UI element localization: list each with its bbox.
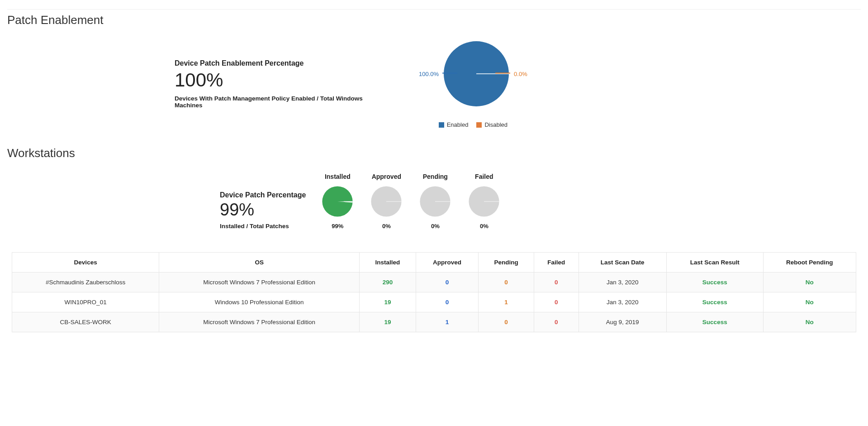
cell-os: Microsoft Windows 7 Professional Edition (159, 312, 360, 332)
table-row[interactable]: #Schmaudinis ZauberschlossMicrosoft Wind… (12, 273, 856, 292)
cell-installed: 290 (360, 273, 416, 292)
cell-device: CB-SALES-WORK (12, 312, 159, 332)
col-installed[interactable]: Installed (360, 253, 416, 273)
cell-installed: 19 (360, 292, 416, 312)
mini-chart-failed: Failed 0% (466, 173, 502, 230)
cell-failed: 0 (534, 292, 579, 312)
legend-disabled: Disabled (476, 121, 508, 128)
patch-enablement-text: Device Patch Enablement Percentage 100% … (175, 59, 392, 108)
cell-last-scan: Aug 9, 2019 (579, 312, 666, 332)
col-approved[interactable]: Approved (416, 253, 478, 273)
pie-left-label: 100.0% (419, 71, 439, 77)
cell-reboot: No (763, 273, 856, 292)
cell-result: Success (666, 273, 763, 292)
table-row[interactable]: WIN10PRO_01Windows 10 Professional Editi… (12, 292, 856, 312)
top-divider (7, 9, 861, 10)
mini-chart-pending: Pending 0% (417, 173, 453, 230)
cell-pending: 0 (479, 312, 534, 332)
mini-chart-installed: Installed 99% (319, 173, 356, 230)
legend-enabled-label: Enabled (447, 121, 469, 128)
mini-chart-value: 0% (417, 223, 453, 230)
table-row[interactable]: CB-SALES-WORKMicrosoft Windows 7 Profess… (12, 312, 856, 332)
cell-reboot: No (763, 312, 856, 332)
mini-chart-value: 99% (319, 223, 356, 230)
mini-pie-approved-icon (370, 186, 402, 217)
patch-enablement-row: Device Patch Enablement Percentage 100% … (175, 40, 861, 128)
workstations-table-body: #Schmaudinis ZauberschlossMicrosoft Wind… (12, 273, 856, 332)
cell-result: Success (666, 312, 763, 332)
mini-pie-pending-icon (419, 186, 451, 217)
cell-os: Windows 10 Professional Edition (159, 292, 360, 312)
patch-enablement-metric-label: Device Patch Enablement Percentage (175, 59, 392, 67)
pie-right-label: 0.0% (514, 71, 527, 77)
workstations-metric-label: Device Patch Percentage (220, 191, 306, 199)
mini-chart-title: Failed (466, 173, 502, 180)
workstations-table: Devices OS Installed Approved Pending Fa… (12, 252, 856, 332)
section-title-patch-enablement: Patch Enablement (7, 13, 861, 27)
mini-pie-failed-icon (468, 186, 500, 217)
cell-failed: 0 (534, 273, 579, 292)
cell-reboot: No (763, 292, 856, 312)
col-pending[interactable]: Pending (479, 253, 534, 273)
legend-swatch-enabled-icon (439, 122, 444, 128)
cell-installed: 19 (360, 312, 416, 332)
mini-chart-value: 0% (466, 223, 502, 230)
workstations-text: Device Patch Percentage 99% Installed / … (220, 191, 306, 230)
workstations-metric-sub: Installed / Total Patches (220, 223, 306, 230)
cell-device: #Schmaudinis Zauberschloss (12, 273, 159, 292)
legend-disabled-label: Disabled (484, 121, 508, 128)
section-title-workstations: Workstations (7, 146, 861, 160)
col-failed[interactable]: Failed (534, 253, 579, 273)
patch-enablement-pie-block: 100.0% 0.0% Enabled Disabled (419, 40, 527, 128)
legend-enabled: Enabled (439, 121, 469, 128)
cell-last-scan: Jan 3, 2020 (579, 273, 666, 292)
mini-pie-installed-icon (322, 186, 353, 217)
cell-pending: 1 (479, 292, 534, 312)
cell-approved: 0 (416, 292, 478, 312)
mini-chart-title: Approved (368, 173, 404, 180)
workstations-metric-value: 99% (220, 201, 306, 219)
col-os[interactable]: OS (159, 253, 360, 273)
col-reboot-pending[interactable]: Reboot Pending (763, 253, 856, 273)
cell-failed: 0 (534, 312, 579, 332)
mini-charts: Installed 99% Approved 0% Pending 0% (319, 173, 502, 230)
col-last-scan-result[interactable]: Last Scan Result (666, 253, 763, 273)
col-devices[interactable]: Devices (12, 253, 159, 273)
cell-result: Success (666, 292, 763, 312)
mini-chart-title: Installed (319, 173, 356, 180)
cell-os: Microsoft Windows 7 Professional Edition (159, 273, 360, 292)
mini-chart-value: 0% (368, 223, 404, 230)
patch-enablement-metric-sub: Devices With Patch Management Policy Ena… (175, 95, 392, 109)
col-last-scan-date[interactable]: Last Scan Date (579, 253, 666, 273)
enablement-pie-icon (442, 40, 510, 108)
legend-swatch-disabled-icon (476, 122, 482, 128)
mini-chart-title: Pending (417, 173, 453, 180)
workstations-table-head: Devices OS Installed Approved Pending Fa… (12, 253, 856, 273)
cell-pending: 0 (479, 273, 534, 292)
patch-enablement-pie-wrap: 100.0% 0.0% (419, 40, 527, 108)
cell-approved: 0 (416, 273, 478, 292)
cell-device: WIN10PRO_01 (12, 292, 159, 312)
cell-approved: 1 (416, 312, 478, 332)
patch-enablement-metric-value: 100% (175, 70, 392, 90)
workstations-row: Device Patch Percentage 99% Installed / … (220, 173, 861, 230)
pie-legend: Enabled Disabled (439, 121, 508, 128)
cell-last-scan: Jan 3, 2020 (579, 292, 666, 312)
mini-chart-approved: Approved 0% (368, 173, 404, 230)
